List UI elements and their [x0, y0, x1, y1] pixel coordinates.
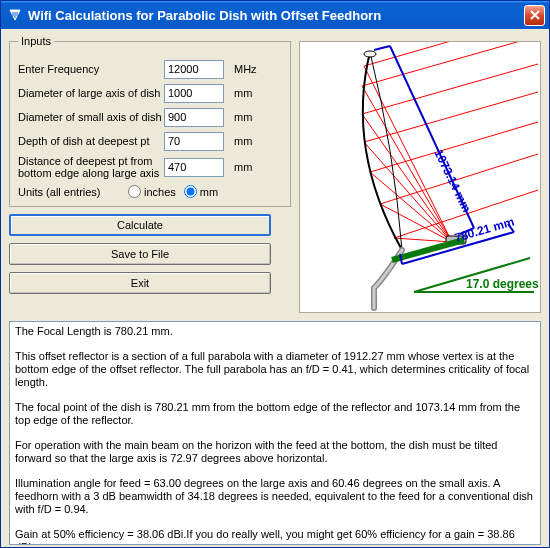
- title-bar: Wifi Calculations for Parabolic Dish wit…: [1, 1, 549, 29]
- large-axis-label: Diameter of large axis of dish: [18, 87, 164, 99]
- diagram-panel: 1073.14 mm 780.21 mm 17.0 degrees: [299, 41, 541, 313]
- depth-label: Depth of dish at deepest pt: [18, 135, 164, 147]
- svg-line-16: [394, 238, 452, 242]
- units-mm-radio[interactable]: [184, 185, 197, 198]
- deep-dist-unit: mm: [234, 161, 252, 173]
- inputs-group: Inputs Enter Frequency MHz Diameter of l…: [9, 35, 291, 207]
- inputs-legend: Inputs: [18, 35, 54, 47]
- deep-dist-label: Distance of deepest pt from bottom edge …: [18, 155, 164, 179]
- large-axis-input[interactable]: [164, 84, 224, 103]
- deep-dist-input[interactable]: [164, 158, 224, 177]
- depth-unit: mm: [234, 135, 252, 147]
- small-axis-label: Diameter of small axis of dish: [18, 111, 164, 123]
- dish-diagram: 1073.14 mm 780.21 mm 17.0 degrees: [300, 42, 540, 312]
- results-line: The Focal Length is 780.21 mm.: [15, 325, 535, 338]
- client-area: Inputs Enter Frequency MHz Diameter of l…: [1, 29, 549, 548]
- frequency-input[interactable]: [164, 60, 224, 79]
- small-axis-unit: mm: [234, 111, 252, 123]
- units-mm-option[interactable]: mm: [184, 185, 218, 198]
- svg-line-5: [362, 64, 538, 114]
- exit-button[interactable]: Exit: [9, 272, 271, 294]
- depth-input[interactable]: [164, 132, 224, 151]
- calculate-button[interactable]: Calculate: [9, 214, 271, 236]
- results-line: Gain at 50% efficiency = 38.06 dBi.If yo…: [15, 528, 535, 545]
- results-line: For operation with the main beam on the …: [15, 439, 535, 465]
- frequency-unit: MHz: [234, 63, 257, 75]
- large-axis-unit: mm: [234, 87, 252, 99]
- svg-line-3: [364, 42, 538, 66]
- svg-line-12: [362, 114, 452, 242]
- units-inches-radio[interactable]: [128, 185, 141, 198]
- svg-point-17: [364, 51, 376, 57]
- window-title: Wifi Calculations for Parabolic Dish wit…: [28, 8, 524, 23]
- diagram-angle: 17.0 degrees: [466, 277, 539, 291]
- close-button[interactable]: [524, 5, 545, 26]
- diagram-top-dim: 1073.14 mm: [431, 147, 473, 214]
- results-line: The focal point of the dish is 780.21 mm…: [15, 401, 535, 427]
- results-textarea[interactable]: The Focal Length is 780.21 mm. This offs…: [9, 321, 541, 545]
- small-axis-input[interactable]: [164, 108, 224, 127]
- results-line: Illumination angle for feed = 63.00 degr…: [15, 477, 535, 516]
- svg-line-20: [374, 46, 390, 50]
- svg-line-4: [362, 42, 538, 86]
- units-inches-option[interactable]: inches: [128, 185, 176, 198]
- frequency-label: Enter Frequency: [18, 63, 164, 75]
- results-line: This offset reflector is a section of a …: [15, 350, 535, 389]
- units-label: Units (all entries): [18, 186, 128, 198]
- app-icon: [7, 7, 23, 23]
- save-button[interactable]: Save to File: [9, 243, 271, 265]
